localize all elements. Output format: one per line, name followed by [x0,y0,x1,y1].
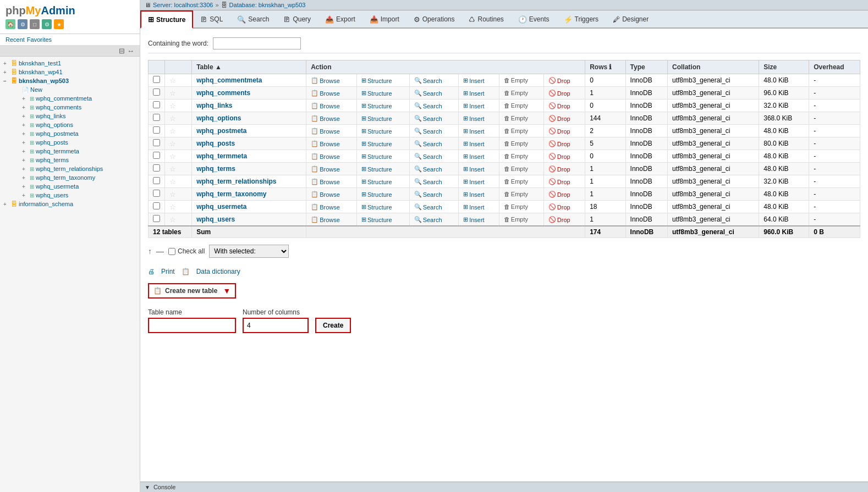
search-btn-6[interactable]: 🔍 Search [414,153,442,160]
row-checkbox-0[interactable] [153,76,160,83]
drop-btn-7[interactable]: 🚫 Drop [548,165,570,173]
sidebar-item-wphq_usermeta[interactable]: + ⊞ wphq_usermeta [19,182,140,191]
browse-btn-0[interactable]: 📋 Browse [311,77,340,84]
insert-btn-5[interactable]: ⊞ Insert [463,140,485,147]
table-link[interactable]: wphq_options [36,121,73,128]
tab-triggers[interactable]: ⚡ Triggers [557,10,606,27]
row-drop-0[interactable]: 🚫 Drop [543,74,585,87]
drop-btn-0[interactable]: 🚫 Drop [548,77,570,84]
table-link[interactable]: wphq_term_relationships [36,165,103,172]
sidebar-item-wphq_postmeta[interactable]: + ⊞ wphq_postmeta [19,129,140,138]
insert-btn-10[interactable]: ⊞ Insert [463,203,485,211]
structure-btn-11[interactable]: ⊞ Structure [361,216,392,223]
row-search-10[interactable]: 🔍 Search [409,201,459,213]
search-btn-7[interactable]: 🔍 Search [414,165,442,173]
print-link[interactable]: Print [161,268,175,275]
columns-input[interactable]: 4 [243,318,309,333]
col-table-header[interactable]: Table ▲ [192,60,306,74]
row-browse-5[interactable]: 📋 Browse [306,137,357,150]
browse-btn-11[interactable]: 📋 Browse [311,216,340,223]
row-table-name-6[interactable]: wphq_termmeta [192,150,306,163]
row-structure-8[interactable]: ⊞ Structure [357,175,410,188]
row-structure-3[interactable]: ⊞ Structure [357,112,410,125]
row-structure-0[interactable]: ⊞ Structure [357,74,410,87]
row-drop-5[interactable]: 🚫 Drop [543,137,585,150]
row-drop-10[interactable]: 🚫 Drop [543,201,585,213]
browse-btn-1[interactable]: 📋 Browse [311,90,340,97]
structure-btn-9[interactable]: ⊞ Structure [361,191,392,198]
row-insert-2[interactable]: ⊞ Insert [459,99,499,112]
row-browse-6[interactable]: 📋 Browse [306,150,357,163]
insert-btn-3[interactable]: ⊞ Insert [463,115,485,122]
docs-icon[interactable]: □ [30,19,40,29]
db-link[interactable]: bknskhan_test1 [19,60,61,67]
table-name-input[interactable] [148,318,236,333]
row-search-2[interactable]: 🔍 Search [409,99,459,112]
search-btn-0[interactable]: 🔍 Search [414,77,442,84]
empty-btn-2[interactable]: 🗑 Empty [504,102,528,109]
row-structure-4[interactable]: ⊞ Structure [357,125,410,137]
insert-btn-7[interactable]: ⊞ Insert [463,165,485,173]
search-btn-8[interactable]: 🔍 Search [414,178,442,185]
tab-export[interactable]: 📤 Export [318,10,362,27]
row-insert-6[interactable]: ⊞ Insert [459,150,499,163]
insert-btn-1[interactable]: ⊞ Insert [463,90,485,97]
structure-btn-8[interactable]: ⊞ Structure [361,178,392,185]
row-search-1[interactable]: 🔍 Search [409,87,459,99]
drop-btn-5[interactable]: 🚫 Drop [548,140,570,147]
row-browse-1[interactable]: 📋 Browse [306,87,357,99]
row-checkbox-1[interactable] [153,89,160,96]
collapse-icon[interactable]: ⊟ [119,47,125,55]
empty-btn-1[interactable]: 🗑 Empty [504,90,528,96]
star-icon-11[interactable]: ☆ [169,215,176,224]
drop-btn-10[interactable]: 🚫 Drop [548,203,570,211]
row-structure-10[interactable]: ⊞ Structure [357,201,410,213]
star-icon-4[interactable]: ☆ [169,127,176,135]
row-empty-10[interactable]: 🗑 Empty [499,201,543,213]
empty-btn-11[interactable]: 🗑 Empty [504,216,528,223]
row-insert-10[interactable]: ⊞ Insert [459,201,499,213]
db-link[interactable]: bknskhan_wp41 [19,69,63,75]
star2-icon[interactable]: ★ [54,19,64,29]
table-link[interactable]: wphq_links [36,113,65,119]
row-drop-7[interactable]: 🚫 Drop [543,163,585,175]
sidebar-item-bknskhan_wp41[interactable]: + 🗄 bknskhan_wp41 [0,68,140,76]
row-search-7[interactable]: 🔍 Search [409,163,459,175]
table-link[interactable]: wphq_usermeta [36,183,79,190]
row-search-6[interactable]: 🔍 Search [409,150,459,163]
search-btn-9[interactable]: 🔍 Search [414,191,442,198]
tab-query[interactable]: 🖹 Query [276,10,318,27]
row-search-9[interactable]: 🔍 Search [409,188,459,201]
sidebar-item-wphq_posts[interactable]: + ⊞ wphq_posts [19,138,140,147]
row-checkbox-5[interactable] [153,139,160,146]
server-link[interactable]: Server: localhost:3306 [153,2,213,8]
row-browse-11[interactable]: 📋 Browse [306,213,357,226]
create-button[interactable]: Create [315,318,351,333]
browse-btn-9[interactable]: 📋 Browse [311,191,340,198]
row-checkbox-11[interactable] [153,215,160,222]
filter-input[interactable] [213,37,301,49]
tab-search[interactable]: 🔍 Search [230,10,276,27]
sidebar-item-wphq_commentmeta[interactable]: + ⊞ wphq_commentmeta [19,94,140,103]
sidebar-item-information_schema[interactable]: + 🗄 information_schema [0,200,140,208]
row-table-name-1[interactable]: wphq_comments [192,87,306,99]
row-insert-0[interactable]: ⊞ Insert [459,74,499,87]
drop-btn-2[interactable]: 🚫 Drop [548,102,570,109]
row-search-8[interactable]: 🔍 Search [409,175,459,188]
row-structure-2[interactable]: ⊞ Structure [357,99,410,112]
settings-icon[interactable]: ⚙ [18,19,28,29]
sidebar-item-wphq_term_taxonomy[interactable]: + ⊞ wphq_term_taxonomy [19,173,140,182]
insert-btn-11[interactable]: ⊞ Insert [463,216,485,223]
sidebar-item-wphq_options[interactable]: + ⊞ wphq_options [19,120,140,129]
row-empty-2[interactable]: 🗑 Empty [499,99,543,112]
browse-btn-5[interactable]: 📋 Browse [311,140,340,147]
row-drop-3[interactable]: 🚫 Drop [543,112,585,125]
row-empty-7[interactable]: 🗑 Empty [499,163,543,175]
gear-icon[interactable]: ⚙ [42,19,52,29]
tab-structure[interactable]: ⊞ Structure [140,10,193,29]
row-drop-1[interactable]: 🚫 Drop [543,87,585,99]
database-link[interactable]: Database: bknskhan_wp503 [229,2,306,8]
browse-btn-6[interactable]: 📋 Browse [311,153,340,160]
row-browse-10[interactable]: 📋 Browse [306,201,357,213]
row-drop-8[interactable]: 🚫 Drop [543,175,585,188]
